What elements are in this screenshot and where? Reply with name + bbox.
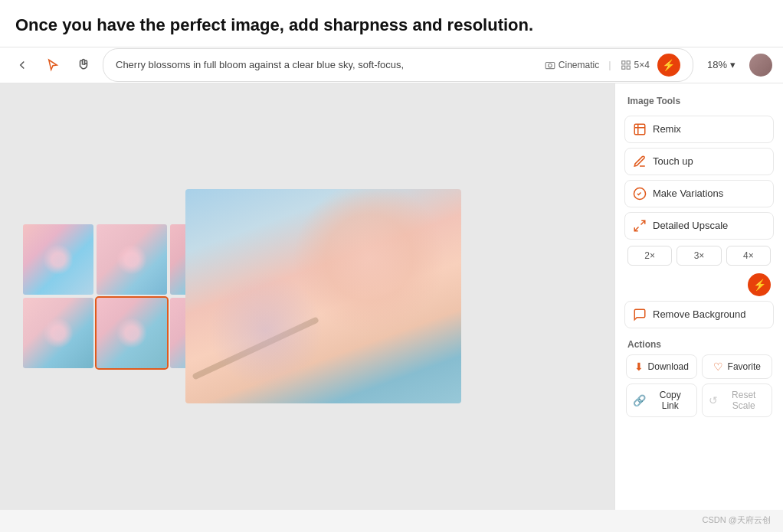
reset-icon: ↺ bbox=[709, 394, 718, 406]
upscale-lightning-button[interactable]: ⚡ bbox=[748, 273, 771, 296]
remove-bg-icon bbox=[633, 308, 647, 321]
hand-tool-button[interactable] bbox=[72, 55, 95, 75]
grid-cell-5-selected[interactable] bbox=[97, 298, 167, 368]
make-variations-button[interactable]: Make Variations bbox=[624, 180, 774, 207]
svg-line-8 bbox=[634, 227, 638, 230]
header-section: Once you have the perfect image, add sha… bbox=[0, 0, 783, 47]
favorite-label: Favorite bbox=[728, 361, 761, 372]
link-icon: 🔗 bbox=[633, 394, 646, 406]
sidebar: Image Tools Remix Touch up Make Variatio… bbox=[614, 83, 783, 510]
detailed-upscale-label: Detailed Upscale bbox=[653, 220, 728, 231]
variations-icon bbox=[633, 187, 647, 201]
svg-rect-5 bbox=[627, 66, 630, 69]
reset-scale-label: Reset Scale bbox=[722, 390, 766, 411]
user-avatar[interactable] bbox=[749, 54, 772, 77]
svg-line-7 bbox=[641, 220, 645, 224]
main-content: Image Tools Remix Touch up Make Variatio… bbox=[0, 83, 783, 510]
copy-link-label: Copy Link bbox=[650, 390, 690, 411]
actions-title: Actions bbox=[624, 339, 774, 350]
preview-image bbox=[185, 189, 461, 403]
grid-cell-4[interactable] bbox=[23, 298, 93, 368]
remove-bg-button[interactable]: Remove Background bbox=[624, 301, 774, 328]
upscale-3x-button[interactable]: 3× bbox=[677, 246, 721, 266]
copy-link-button[interactable]: 🔗 Copy Link bbox=[626, 383, 697, 417]
back-button[interactable] bbox=[11, 55, 34, 75]
hand-icon bbox=[77, 58, 90, 72]
upscale-2x-button[interactable]: 2× bbox=[627, 246, 672, 266]
make-variations-label: Make Variations bbox=[653, 188, 723, 199]
download-label: Download bbox=[648, 361, 689, 372]
zoom-control[interactable]: 18% ▾ bbox=[701, 56, 742, 73]
page-title: Once you have the perfect image, add sha… bbox=[15, 14, 768, 38]
grid-icon bbox=[621, 60, 631, 70]
zoom-chevron-icon: ▾ bbox=[730, 59, 735, 70]
prompt-text: Cherry blossoms in full bloom against a … bbox=[116, 59, 537, 70]
remix-button[interactable]: Remix bbox=[624, 116, 774, 143]
upscale-generate: ⚡ bbox=[624, 270, 774, 296]
footer-credit: CSDN @天府云创 bbox=[703, 514, 771, 526]
upscale-factors: 2× 3× 4× bbox=[624, 246, 774, 266]
back-icon bbox=[15, 58, 29, 72]
branch-decoration bbox=[192, 317, 319, 380]
touch-up-label: Touch up bbox=[653, 155, 693, 167]
remix-label: Remix bbox=[653, 123, 681, 135]
touch-up-icon bbox=[633, 155, 647, 168]
download-icon: ⬇ bbox=[634, 361, 644, 373]
generate-button[interactable]: ⚡ bbox=[657, 54, 680, 77]
size-tag: 5×4 bbox=[621, 60, 650, 70]
cursor-icon bbox=[46, 58, 60, 72]
style-tag: Cinematic bbox=[545, 60, 599, 70]
touch-up-button[interactable]: Touch up bbox=[624, 148, 774, 175]
svg-point-1 bbox=[549, 64, 552, 67]
camera-icon bbox=[545, 60, 555, 70]
toolbar: Cherry blossoms in full bloom against a … bbox=[0, 47, 783, 83]
upscale-4x-button[interactable]: 4× bbox=[726, 246, 771, 266]
prompt-bar[interactable]: Cherry blossoms in full bloom against a … bbox=[103, 48, 693, 82]
upscale-icon bbox=[633, 219, 647, 233]
select-tool-button[interactable] bbox=[41, 55, 64, 75]
svg-rect-2 bbox=[621, 61, 624, 64]
favorite-button[interactable]: ♡ Favorite bbox=[702, 354, 773, 379]
grid-cell-1[interactable] bbox=[23, 224, 93, 295]
heart-icon: ♡ bbox=[713, 361, 723, 373]
download-button[interactable]: ⬇ Download bbox=[626, 354, 697, 379]
svg-rect-4 bbox=[621, 66, 624, 69]
detailed-upscale-button[interactable]: Detailed Upscale bbox=[624, 212, 774, 240]
zoom-value: 18% bbox=[707, 59, 727, 70]
reset-scale-button[interactable]: ↺ Reset Scale bbox=[702, 383, 773, 417]
canvas-area[interactable] bbox=[0, 83, 614, 510]
grid-cell-2[interactable] bbox=[97, 224, 167, 295]
svg-rect-3 bbox=[627, 61, 630, 64]
image-tools-title: Image Tools bbox=[624, 96, 774, 106]
remix-icon bbox=[633, 122, 647, 136]
action-grid: ⬇ Download ♡ Favorite 🔗 Copy Link ↺ Rese… bbox=[624, 354, 774, 417]
remove-bg-label: Remove Background bbox=[653, 308, 745, 320]
